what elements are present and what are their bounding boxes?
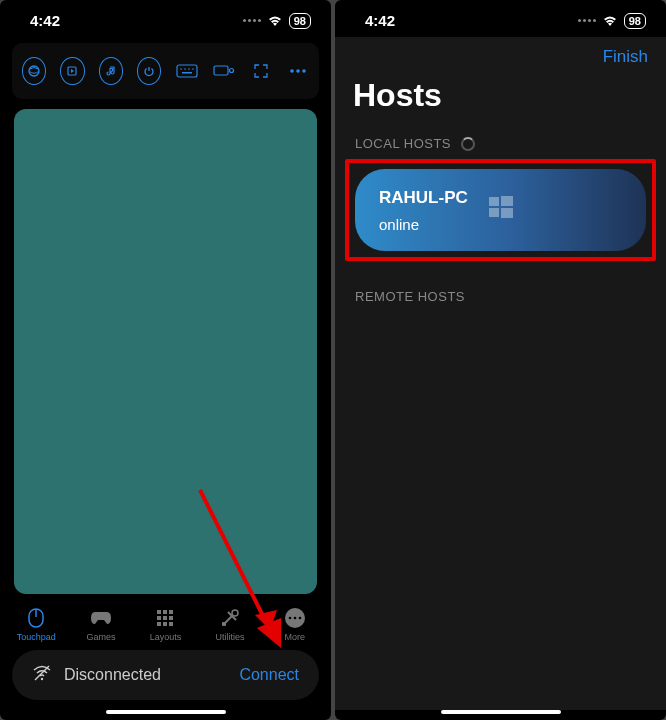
phone-screen-left: 4:42 98	[0, 0, 331, 720]
top-toolbar	[12, 43, 319, 99]
svg-point-4	[184, 68, 186, 70]
svg-point-30	[41, 678, 43, 680]
status-bar: 4:42 98	[335, 0, 666, 37]
svg-rect-37	[489, 208, 499, 217]
wifi-icon	[602, 15, 618, 27]
annotation-highlight: RAHUL-PC online	[345, 159, 656, 261]
svg-rect-20	[169, 616, 173, 620]
touchpad-surface[interactable]	[14, 109, 317, 594]
remote-hosts-header: REMOTE HOSTS	[335, 261, 666, 332]
svg-rect-2	[177, 65, 197, 77]
svg-point-28	[293, 617, 296, 620]
svg-point-3	[180, 68, 182, 70]
tab-touchpad[interactable]: Touchpad	[4, 606, 69, 642]
status-right: 98	[243, 13, 311, 29]
svg-point-9	[229, 69, 233, 73]
connection-status: Disconnected	[64, 666, 161, 684]
expand-icon[interactable]	[245, 53, 276, 89]
svg-rect-15	[157, 610, 161, 614]
tab-more[interactable]: More	[262, 606, 327, 642]
svg-rect-18	[157, 616, 161, 620]
keyboard-icon[interactable]	[171, 53, 202, 89]
music-icon[interactable]	[99, 57, 123, 85]
svg-point-10	[290, 69, 294, 73]
tab-bar: Touchpad Games Layouts Utilities More	[0, 600, 331, 644]
home-indicator[interactable]	[441, 710, 561, 714]
connection-bar: Disconnected Connect	[12, 650, 319, 700]
svg-point-29	[298, 617, 301, 620]
wifi-off-icon	[32, 664, 52, 686]
home-indicator[interactable]	[106, 710, 226, 714]
tab-utilities[interactable]: Utilities	[198, 606, 263, 642]
tab-layouts[interactable]: Layouts	[133, 606, 198, 642]
time: 4:42	[30, 12, 60, 29]
svg-rect-21	[157, 622, 161, 626]
more-dots-icon	[284, 606, 306, 630]
svg-rect-16	[163, 610, 167, 614]
media-icon[interactable]	[60, 57, 84, 85]
svg-rect-8	[214, 66, 228, 75]
hosts-screen: Finish Hosts LOCAL HOSTS RAHUL-PC online…	[335, 37, 666, 710]
svg-rect-22	[163, 622, 167, 626]
windows-icon	[487, 194, 515, 226]
svg-point-6	[192, 68, 194, 70]
battery-icon: 98	[289, 13, 311, 29]
svg-rect-23	[169, 622, 173, 626]
svg-rect-36	[501, 196, 513, 206]
power-icon[interactable]	[137, 57, 161, 85]
tools-icon	[220, 606, 240, 630]
svg-point-5	[188, 68, 190, 70]
page-title: Hosts	[335, 71, 666, 128]
svg-point-11	[296, 69, 300, 73]
tab-games[interactable]: Games	[69, 606, 134, 642]
display-icon[interactable]	[208, 53, 239, 89]
cellular-icon	[243, 19, 261, 22]
svg-rect-7	[182, 72, 192, 74]
svg-rect-19	[163, 616, 167, 620]
status-right: 98	[578, 13, 646, 29]
connect-button[interactable]: Connect	[239, 666, 299, 684]
loading-spinner-icon	[461, 137, 475, 151]
grid-icon	[156, 606, 174, 630]
wifi-icon	[267, 15, 283, 27]
host-card[interactable]: RAHUL-PC online	[355, 169, 646, 251]
battery-icon: 98	[624, 13, 646, 29]
phone-screen-right: 4:42 98 Finish Hosts LOCAL HOSTS RAHUL-P…	[335, 0, 666, 720]
svg-point-27	[288, 617, 291, 620]
cellular-icon	[578, 19, 596, 22]
local-hosts-header: LOCAL HOSTS	[335, 128, 666, 159]
browser-icon[interactable]	[22, 57, 46, 85]
svg-point-24	[232, 610, 238, 616]
svg-rect-38	[501, 208, 513, 218]
svg-point-12	[302, 69, 306, 73]
time: 4:42	[365, 12, 395, 29]
svg-rect-35	[489, 197, 499, 206]
finish-button[interactable]: Finish	[335, 37, 666, 71]
mouse-icon	[27, 606, 45, 630]
svg-rect-25	[222, 622, 226, 626]
gamepad-icon	[89, 606, 113, 630]
status-bar: 4:42 98	[0, 0, 331, 37]
svg-rect-17	[169, 610, 173, 614]
more-icon[interactable]	[282, 53, 313, 89]
